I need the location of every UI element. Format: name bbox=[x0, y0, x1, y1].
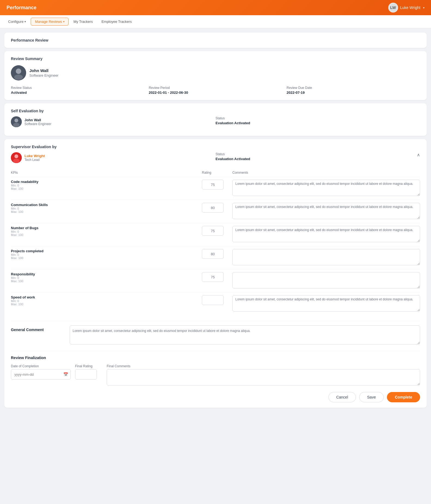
date-completion-label: Date of Completion bbox=[11, 364, 71, 368]
kpi-rating-wrapper bbox=[202, 226, 229, 236]
kpi-rating-input[interactable] bbox=[202, 226, 224, 236]
kpi-row: Communication Skills Min: 0 Max: 100 Lor… bbox=[11, 200, 420, 223]
app-header: Performance LW Luke Wright ▾ bbox=[0, 0, 431, 15]
self-eval-person-info: John Wall Software Engineer bbox=[24, 118, 51, 126]
kpi-comment-area[interactable] bbox=[232, 249, 420, 265]
kpi-comment-area[interactable] bbox=[232, 272, 420, 288]
review-status-value: Activated bbox=[11, 91, 144, 95]
review-summary-title: Review Summary bbox=[11, 57, 420, 61]
kpi-rating-input[interactable] bbox=[202, 180, 224, 189]
review-status-label: Review Status bbox=[11, 86, 144, 90]
final-rating-input[interactable] bbox=[75, 369, 97, 379]
cancel-button[interactable]: Cancel bbox=[328, 392, 356, 402]
kpi-row: Number of Bugs Min: 0 Max: 100 Lorem ips… bbox=[11, 223, 420, 246]
nav-label-configure: Configure bbox=[8, 20, 23, 24]
supervisor-eval-title: Supervisor Evaluation by bbox=[11, 145, 57, 149]
nav-item-employee-trackers[interactable]: Employee Trackers bbox=[98, 18, 136, 25]
page-title-card: Performance Review bbox=[4, 33, 427, 48]
kpi-info: Responsibility Min: 0 Max: 100 bbox=[11, 272, 199, 283]
kpis-header-label: KPIs bbox=[11, 171, 199, 175]
supervisor-evaluation-card: Supervisor Evaluation by Luke Wright Tec… bbox=[4, 139, 427, 408]
svg-point-5 bbox=[13, 123, 20, 127]
general-comment-textarea[interactable]: Lorem ipsum dolor sit amet, consectetur … bbox=[70, 325, 420, 344]
supervisor-eval-status-value: Evaluation Activated bbox=[216, 157, 250, 161]
kpi-comment-area[interactable]: Lorem ipsum dolor sit amet, consectetur … bbox=[232, 203, 420, 219]
supervisor-eval-title-group: Supervisor Evaluation by bbox=[11, 145, 57, 149]
nav-label-employee-trackers: Employee Trackers bbox=[101, 20, 132, 24]
date-of-completion-input[interactable] bbox=[11, 369, 71, 379]
self-eval-status: Status Evaluation Activated bbox=[216, 116, 420, 125]
chevron-down-icon: ▾ bbox=[63, 20, 64, 23]
kpi-info: Projects completed Min: 0 Max: 100 bbox=[11, 249, 199, 260]
kpi-info: Number of Bugs Min: 0 Max: 100 bbox=[11, 226, 199, 237]
review-period-label: Review Period bbox=[149, 86, 282, 90]
employee-avatar bbox=[11, 65, 26, 80]
avatar: LW bbox=[388, 3, 398, 13]
kpi-rating-input[interactable] bbox=[202, 272, 224, 282]
kpi-comment-wrapper bbox=[232, 249, 420, 266]
kpi-rating-wrapper bbox=[202, 203, 229, 213]
review-summary-card: Review Summary John Wall Software Engine… bbox=[4, 51, 427, 100]
chevron-down-icon: ▾ bbox=[423, 6, 424, 9]
self-eval-avatar bbox=[11, 116, 22, 127]
page-title: Performance Review bbox=[11, 38, 420, 42]
kpi-info: Code readability Min: 0 Max: 100 bbox=[11, 180, 199, 190]
finalization-row: Date of Completion 📅 Final Rating Final … bbox=[11, 364, 420, 387]
kpi-rating-input[interactable] bbox=[202, 203, 224, 213]
review-meta: Review Status Activated Review Period 20… bbox=[11, 86, 420, 95]
kpi-row: Speed of work Min: 0 Max: 100 Lorem ipsu… bbox=[11, 292, 420, 315]
nav-item-manage-reviews[interactable]: Manage Reviews ▾ bbox=[31, 18, 69, 26]
user-menu[interactable]: LW Luke Wright ▾ bbox=[388, 3, 424, 13]
kpi-comment-wrapper: Lorem ipsum dolor sit amet, consectetur … bbox=[232, 203, 420, 220]
kpi-table-header: KPIs Rating Comments bbox=[11, 171, 420, 177]
supervisor-person: Luke Wright Tech Lead bbox=[11, 152, 216, 163]
kpi-info: Speed of work Min: 0 Max: 100 bbox=[11, 295, 199, 306]
kpi-section: KPIs Rating Comments Code readability Mi… bbox=[11, 171, 420, 315]
comments-header-label: Comments bbox=[232, 171, 420, 175]
kpi-comment-wrapper: Lorem ipsum dolor sit amet, consectetur … bbox=[232, 295, 420, 313]
page-content: Performance Review Review Summary John W… bbox=[0, 28, 431, 412]
self-eval-person-name: John Wall bbox=[24, 118, 51, 122]
final-comments-label: Final Comments bbox=[107, 364, 420, 368]
review-period-item: Review Period 2022-01-01 - 2022-06-30 bbox=[149, 86, 282, 95]
complete-button[interactable]: Complete bbox=[387, 392, 420, 402]
employee-details: John Wall Software Engineer bbox=[29, 68, 59, 77]
save-button[interactable]: Save bbox=[359, 392, 384, 402]
supervisor-person-info: Luke Wright Tech Lead bbox=[24, 154, 45, 162]
review-due-date-label: Review Due Date bbox=[287, 86, 420, 90]
review-period-value: 2022-01-01 - 2022-06-30 bbox=[149, 91, 282, 95]
supervisor-eval-header: Supervisor Evaluation by bbox=[11, 145, 420, 149]
kpi-row: Code readability Min: 0 Max: 100 Lorem i… bbox=[11, 177, 420, 200]
final-comments-textarea[interactable] bbox=[107, 369, 420, 385]
kpi-rating-input[interactable] bbox=[202, 295, 224, 305]
employee-info: John Wall Software Engineer bbox=[11, 65, 420, 80]
finalization-title: Review Finalization bbox=[11, 356, 420, 360]
kpi-rating-input[interactable] bbox=[202, 249, 224, 259]
kpi-rating-wrapper bbox=[202, 180, 229, 189]
supervisor-eval-status-label: Status bbox=[216, 152, 250, 156]
username: Luke Wright bbox=[400, 5, 420, 10]
kpi-row: Projects completed Min: 0 Max: 100 bbox=[11, 246, 420, 269]
nav-item-my-trackers[interactable]: My Trackers bbox=[70, 18, 97, 25]
final-rating-label: Final Rating bbox=[75, 364, 102, 368]
kpi-rating-wrapper bbox=[202, 272, 229, 282]
action-row: Cancel Save Complete bbox=[11, 392, 420, 402]
review-status-item: Review Status Activated bbox=[11, 86, 144, 95]
nav-item-configure[interactable]: Configure ▾ bbox=[4, 18, 30, 25]
nav-label-manage-reviews: Manage Reviews bbox=[35, 20, 62, 24]
kpi-comment-wrapper: Lorem ipsum dolor sit amet, consectetur … bbox=[232, 226, 420, 243]
svg-point-7 bbox=[14, 154, 18, 158]
general-comment-label: General Comment bbox=[11, 325, 65, 332]
kpi-row: Responsibility Min: 0 Max: 100 bbox=[11, 269, 420, 292]
collapse-button[interactable]: ∧ bbox=[417, 152, 420, 157]
final-rating-field: Final Rating bbox=[75, 364, 102, 379]
date-completion-field: Date of Completion 📅 bbox=[11, 364, 71, 379]
svg-point-1 bbox=[16, 69, 21, 74]
review-due-date-item: Review Due Date 2022-07-19 bbox=[287, 86, 420, 95]
rating-header-label: Rating bbox=[202, 171, 229, 175]
self-eval-status-label: Status bbox=[216, 116, 420, 120]
kpi-comment-area[interactable]: Lorem ipsum dolor sit amet, consectetur … bbox=[232, 180, 420, 196]
supervisor-name: Luke Wright bbox=[24, 154, 45, 158]
kpi-comment-area[interactable]: Lorem ipsum dolor sit amet, consectetur … bbox=[232, 226, 420, 242]
kpi-comment-area[interactable]: Lorem ipsum dolor sit amet, consectetur … bbox=[232, 295, 420, 312]
